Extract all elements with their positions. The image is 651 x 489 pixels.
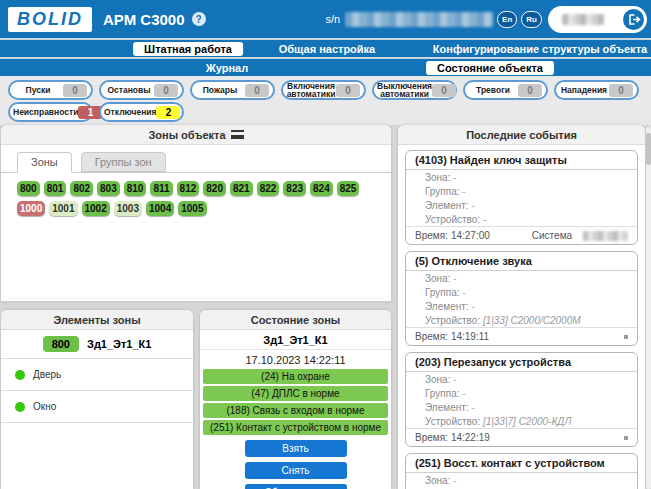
counter-stops[interactable]: Остановы 0 — [99, 80, 184, 100]
zone-chip[interactable]: 1001 — [49, 201, 77, 216]
events-scrollbar-thumb[interactable] — [646, 133, 651, 165]
event-card[interactable]: (251) Восст. контакт с устройством Зона:… — [405, 453, 638, 489]
event-device-label: Устройство: — [425, 214, 480, 225]
zone-chip[interactable]: 821 — [230, 181, 253, 196]
disarm-button[interactable]: Снять — [245, 462, 347, 479]
serial-label: s/n — [325, 13, 340, 25]
event-time-value: 14:22:19 — [451, 432, 490, 443]
zone-chip[interactable]: 1000 — [17, 201, 45, 216]
zones-panel: Зоны объекта Зоны Группы зон 800 801 802… — [1, 125, 391, 301]
reset-alarms-button[interactable]: Сброс тревог — [245, 484, 347, 489]
zone-chip[interactable]: 823 — [283, 181, 306, 196]
counter-alarms[interactable]: Тревоги 0 — [463, 80, 548, 100]
zone-chip[interactable]: 803 — [97, 181, 120, 196]
event-device-row: Устройство: [1|33|7] С2000-КДЛ — [406, 414, 637, 428]
zone-state-name: Зд1_Эт1_К1 — [200, 330, 391, 350]
event-zone-label: Зона: — [425, 172, 450, 183]
zone-chip[interactable]: 1003 — [114, 201, 142, 216]
zone-chip[interactable]: 820 — [203, 181, 226, 196]
event-zone-value: - — [453, 475, 456, 486]
counter-faults[interactable]: Неисправности 1 — [8, 102, 93, 122]
counter-badge: 0 — [245, 84, 269, 97]
serial-number-redacted — [345, 12, 493, 27]
event-marker — [624, 335, 628, 339]
event-zone-value: - — [453, 374, 456, 385]
event-device-value: [1|33|7] С2000-КДЛ — [483, 416, 571, 427]
zone-chip[interactable]: 812 — [177, 181, 200, 196]
counter-label: Остановы — [101, 86, 154, 95]
element-item-door[interactable]: Дверь — [1, 359, 193, 391]
counter-attacks[interactable]: Нападения 0 — [554, 80, 639, 100]
event-group-row: Группа: - — [406, 184, 637, 198]
counter-label: Отключения — [101, 108, 156, 117]
event-marker — [624, 436, 628, 440]
event-group-value: - — [462, 388, 465, 399]
counter-label: Пуски — [10, 86, 63, 95]
events-scrollbar[interactable] — [646, 127, 651, 489]
event-group-value: - — [462, 287, 465, 298]
tab-zone-groups[interactable]: Группы зон — [81, 152, 166, 172]
event-card[interactable]: (4103) Найден ключ защиты Зона: - Группа… — [405, 150, 638, 245]
counter-starts[interactable]: Пуски 0 — [8, 80, 93, 100]
tab-journal[interactable]: Журнал — [206, 62, 248, 74]
event-element-value: - — [471, 200, 474, 211]
bolid-logo: BOLID — [8, 7, 92, 32]
username-redacted — [562, 14, 604, 25]
counter-disabled[interactable]: Отключения 2 — [99, 102, 184, 122]
zone-chip[interactable]: 802 — [70, 181, 93, 196]
counter-fires[interactable]: Пожары 0 — [190, 80, 275, 100]
user-account-button[interactable] — [548, 6, 647, 33]
zone-chip[interactable]: 810 — [124, 181, 147, 196]
zone-chip[interactable]: 822 — [257, 181, 280, 196]
tab-object-state[interactable]: Состояние объекта — [426, 61, 554, 75]
tab-normal-operation[interactable]: Штатная работа — [133, 42, 243, 56]
event-element-row: Элемент: - — [406, 400, 637, 414]
tab-object-structure-config[interactable]: Конфигурирование структуры объекта — [433, 43, 647, 55]
event-group-label: Группа: — [425, 287, 459, 298]
counter-badge: 0 — [609, 84, 633, 97]
arm-button[interactable]: Взять — [245, 440, 347, 457]
zone-state-title: Состояние зоны — [251, 314, 340, 326]
event-zone-value: - — [453, 172, 456, 183]
zone-chip[interactable]: 1004 — [146, 201, 174, 216]
zone-chip[interactable]: 800 — [17, 181, 40, 196]
help-icon[interactable]: ? — [192, 12, 206, 26]
event-device-label: Устройство: — [425, 416, 480, 427]
event-card[interactable]: (5) Отключение звука Зона: - Группа: - Э… — [405, 251, 638, 346]
zone-elements-panel: Элементы зоны 800 Зд1_Эт1_К1 Дверь Окно — [1, 310, 193, 489]
menu-icon[interactable] — [231, 130, 244, 139]
event-device-value: [1|33] С2000/С2000М — [483, 315, 581, 326]
zone-chip[interactable]: 1002 — [82, 201, 110, 216]
event-group-row: Группа: - — [406, 386, 637, 400]
counter-automation-off[interactable]: Выключения автоматики 0 — [372, 80, 457, 100]
counter-label: Тревоги — [465, 86, 518, 95]
zone-elements-header: Элементы зоны — [1, 310, 193, 330]
zones-panel-title: Зоны объекта — [148, 129, 225, 141]
counter-automation-on[interactable]: Включения автоматики 0 — [281, 80, 366, 100]
sub-nav: Журнал Состояние объекта — [0, 58, 651, 76]
event-group-label: Группа: — [425, 186, 459, 197]
event-footer: Время: 14:22:19 — [406, 428, 637, 446]
event-card[interactable]: (203) Перезапуск устройства Зона: - Груп… — [405, 352, 638, 447]
selected-zone-chip[interactable]: 800 — [43, 336, 79, 352]
event-element-row: Элемент: - — [406, 299, 637, 313]
tab-general-settings[interactable]: Общая настройка — [279, 43, 375, 55]
event-title: (251) Восст. контакт с устройством — [406, 454, 637, 473]
event-element-value: - — [471, 301, 474, 312]
element-label: Дверь — [33, 369, 61, 380]
lang-ru-button[interactable]: Ru — [521, 11, 542, 28]
zone-chip[interactable]: 825 — [337, 181, 360, 196]
status-bar-input-link: (188) Связь с входом в норме — [203, 403, 388, 418]
zone-elements-title: Элементы зоны — [53, 314, 140, 326]
zone-state-timestamp: 17.10.2023 14:22:11 — [200, 350, 391, 369]
event-device-row: Устройство: [1|33] С2000/С2000М — [406, 313, 637, 327]
zone-chip[interactable]: 1005 — [178, 201, 206, 216]
tab-zones[interactable]: Зоны — [17, 152, 72, 173]
element-item-window[interactable]: Окно — [1, 391, 193, 423]
event-device-label: Устройство: — [425, 315, 480, 326]
zone-chip[interactable]: 811 — [150, 181, 172, 196]
logout-icon[interactable] — [622, 8, 645, 31]
zone-chip[interactable]: 801 — [44, 181, 67, 196]
lang-en-button[interactable]: En — [497, 11, 517, 28]
zone-chip[interactable]: 824 — [310, 181, 333, 196]
